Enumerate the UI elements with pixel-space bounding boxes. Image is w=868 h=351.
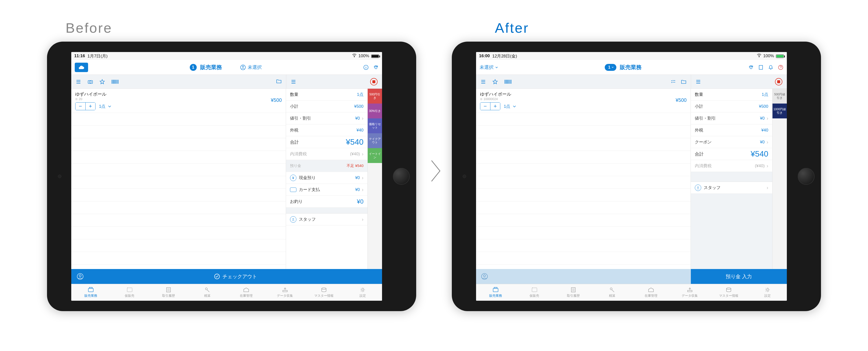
cart-item[interactable]: ゆずハイボール 10000024 − + 1点 ¥500 (476, 89, 690, 113)
qty-minus[interactable]: − (480, 103, 490, 110)
folder-icon[interactable] (276, 79, 282, 84)
row-coupon[interactable]: クーポン¥0› (691, 136, 772, 148)
bell-icon[interactable] (768, 65, 773, 70)
screen-before: 11:16 1月7日(月) 100% 1 販売業務 未選択 (71, 52, 382, 301)
item-name: ゆずハイボール (75, 91, 282, 97)
tab-3[interactable]: 精算 (593, 284, 631, 301)
tab-7[interactable]: 設定 (748, 284, 787, 301)
svg-rect-10 (89, 287, 92, 288)
staff-dropdown[interactable]: 未選択 (479, 64, 498, 70)
summary-column: 数量1点 小計¥500 値引・割引¥0› 外税¥40 クーポン¥0› 合計¥54… (691, 89, 773, 269)
tab-1[interactable]: 仮販売 (515, 284, 554, 301)
tab-2[interactable]: 取引履歴 (554, 284, 593, 301)
items-column: ゆずハイボール 10000024 − + 1点 ¥500 (476, 89, 691, 269)
tab-3[interactable]: 精算 (188, 284, 227, 301)
record-button[interactable] (775, 78, 782, 85)
tab-4[interactable]: 在庫管理 (227, 284, 266, 301)
tag-0[interactable]: 500円引き (368, 89, 382, 104)
info-icon[interactable] (363, 65, 369, 70)
user-button[interactable] (71, 269, 89, 284)
row-tax: 外税¥40 (691, 124, 772, 136)
items-column: ゆずハイボール 20 − + 1点 ¥500 (71, 89, 286, 269)
tab-4[interactable]: 在庫管理 (631, 284, 670, 301)
tag-0[interactable]: 500円値引き (773, 89, 787, 104)
star-icon[interactable] (492, 79, 498, 85)
battery-icon (776, 54, 784, 58)
row-innertax: 内消費税(¥40)› (286, 148, 367, 160)
tab-2[interactable]: 取引履歴 (149, 284, 188, 301)
row-staff[interactable]: スタッフ› (286, 213, 367, 226)
cloud-button[interactable] (75, 63, 88, 72)
list-icon[interactable] (76, 79, 81, 85)
barcode-icon[interactable] (504, 79, 512, 85)
menu-icon[interactable] (695, 79, 701, 85)
tab-5[interactable]: データ収集 (670, 284, 709, 301)
row-total: 合計¥540 (286, 136, 367, 148)
ipad-home-button[interactable] (798, 168, 814, 185)
yen-icon: ¥ (290, 175, 297, 181)
svg-point-7 (79, 275, 81, 277)
folder-icon[interactable] (681, 79, 686, 85)
row-card[interactable]: カード支払¥0› (286, 184, 367, 196)
refresh-icon[interactable] (748, 65, 754, 70)
barcode-icon[interactable] (111, 79, 119, 85)
status-time: 11:16 (74, 54, 85, 58)
checklist-icon[interactable] (671, 79, 676, 85)
tab-6[interactable]: マスター情報 (304, 284, 343, 301)
row-innertax: 内消費税(¥40)› (691, 160, 772, 172)
person-icon (240, 65, 246, 70)
row-deposit: 預り金不足 ¥540 (286, 160, 367, 172)
status-bar: 11:16 1月7日(月) 100% (71, 52, 382, 60)
header-badge[interactable]: 1 (190, 64, 197, 71)
empty-rows (71, 113, 286, 269)
svg-rect-22 (493, 288, 498, 292)
cart-item[interactable]: ゆずハイボール 20 − + 1点 ¥500 (71, 89, 286, 113)
record-button[interactable] (370, 78, 378, 85)
tag-3[interactable]: テイクアウト (368, 133, 382, 148)
row-staff[interactable]: スタッフ› (691, 182, 772, 194)
tab-6[interactable]: マスター情報 (709, 284, 748, 301)
tag-4[interactable]: イートイン (368, 148, 382, 163)
tab-0[interactable]: 販売業務 (476, 284, 515, 301)
user-button[interactable] (476, 269, 691, 284)
app-header: 未選択 1 販売業務 (476, 60, 787, 75)
heading-before: Before (66, 20, 112, 36)
deposit-label: 預り金 入力 (726, 273, 752, 280)
refresh-icon[interactable] (373, 65, 379, 70)
person-icon (290, 216, 297, 223)
row-discount[interactable]: 値引・割引¥0› (286, 113, 367, 124)
qty-plus[interactable]: + (490, 103, 500, 110)
chevron-down-icon[interactable] (107, 104, 112, 109)
menu-icon[interactable] (291, 79, 296, 85)
star-icon[interactable] (99, 79, 105, 85)
staff-label: 未選択 (248, 64, 262, 70)
qty-plus[interactable]: + (85, 103, 95, 110)
tab-5[interactable]: データ収集 (266, 284, 304, 301)
tab-1[interactable]: 仮販売 (110, 284, 149, 301)
staff-selector[interactable]: 未選択 (240, 64, 262, 70)
quantity-stepper[interactable]: − + (75, 102, 95, 110)
help-icon[interactable] (778, 65, 783, 70)
tab-7[interactable]: 設定 (343, 284, 382, 301)
row-cash[interactable]: ¥現金預り¥0› (286, 172, 367, 184)
tag-2[interactable]: 価格リセット (368, 118, 382, 133)
camera-icon[interactable] (88, 79, 93, 85)
receipt-icon[interactable] (758, 65, 764, 70)
ipad-home-button[interactable] (393, 168, 410, 185)
quantity-stepper[interactable]: − + (480, 102, 500, 110)
row-discount[interactable]: 値引・割引¥0› (691, 113, 772, 124)
tab-bar: 販売業務 仮販売 取引履歴 精算 在庫管理 データ収集 マスター情報 設定 (71, 284, 382, 301)
header-title: 販売業務 (620, 64, 642, 71)
svg-rect-23 (494, 287, 497, 288)
person-icon (695, 184, 701, 191)
chevron-down-icon[interactable] (512, 104, 517, 109)
tag-1[interactable]: 30%引き (368, 104, 382, 118)
qty-minus[interactable]: − (75, 103, 85, 110)
checkout-button[interactable]: チェックアウト (89, 269, 382, 284)
list-icon[interactable] (480, 79, 486, 85)
header-badge[interactable]: 1 (605, 64, 616, 71)
wifi-icon (352, 54, 356, 58)
tab-0[interactable]: 販売業務 (71, 284, 110, 301)
deposit-button[interactable]: 預り金 入力 (691, 269, 787, 284)
tag-1[interactable]: 1000円値引き (773, 104, 787, 118)
